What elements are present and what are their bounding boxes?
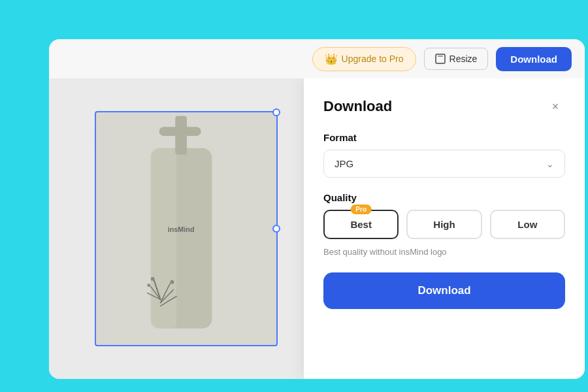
quality-description: Best quality without insMind logo [323, 247, 565, 257]
format-dropdown[interactable]: JPG ⌄ [323, 150, 565, 178]
quality-label: Quality [323, 192, 565, 203]
main-window: 👑 Upgrade to Pro Resize Download [49, 39, 585, 379]
download-main-button[interactable]: Download [323, 272, 565, 309]
quality-high-label: High [433, 219, 455, 230]
product-bottle: insMind [96, 112, 276, 345]
canvas-area: ... insMind [49, 78, 323, 379]
download-panel: Download × Format JPG ⌄ Quality Pro Best… [304, 78, 585, 379]
quality-options: Pro Best High Low [323, 210, 565, 239]
svg-text:insMind: insMind [168, 225, 195, 233]
svg-rect-9 [159, 127, 201, 136]
resize-icon [435, 54, 446, 64]
resize-label: Resize [449, 54, 478, 64]
upgrade-to-pro-button[interactable]: 👑 Upgrade to Pro [312, 47, 416, 71]
panel-header: Download × [323, 97, 565, 116]
svg-rect-0 [436, 54, 445, 63]
svg-rect-7 [151, 148, 176, 329]
quality-low-label: Low [517, 219, 537, 230]
quality-low-button[interactable]: Low [490, 210, 565, 239]
svg-point-18 [147, 284, 150, 287]
crown-icon: 👑 [325, 53, 338, 65]
svg-point-19 [170, 280, 174, 284]
format-value: JPG [335, 158, 353, 169]
download-top-button[interactable]: Download [496, 47, 572, 71]
pro-badge: Pro [350, 204, 372, 214]
quality-high-button[interactable]: High [406, 210, 482, 239]
svg-point-17 [151, 277, 155, 281]
product-canvas: insMind [95, 111, 278, 346]
resize-button[interactable]: Resize [424, 48, 489, 70]
panel-title: Download [323, 98, 392, 115]
quality-section: Quality Pro Best High Low [323, 192, 565, 239]
toolbar: 👑 Upgrade to Pro Resize Download [49, 39, 585, 78]
format-label: Format [323, 132, 565, 143]
dropdown-arrow-icon: ⌄ [546, 159, 554, 169]
quality-best-button[interactable]: Pro Best [323, 210, 399, 239]
resize-handle-right[interactable] [272, 225, 280, 233]
quality-best-label: Best [350, 219, 372, 230]
upgrade-label: Upgrade to Pro [342, 54, 404, 64]
close-panel-button[interactable]: × [546, 97, 565, 116]
resize-handle-top-right[interactable] [272, 108, 280, 116]
